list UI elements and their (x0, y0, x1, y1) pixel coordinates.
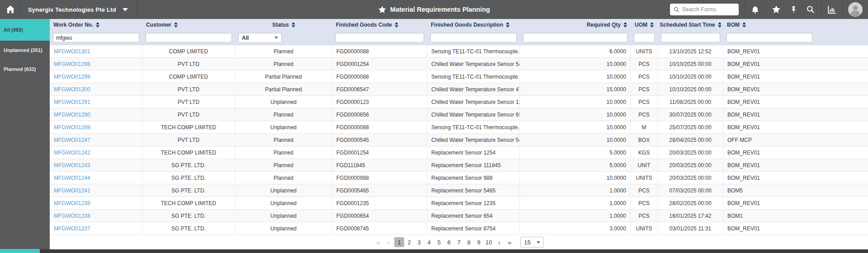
work-order-link[interactable]: MFGWO01243 (54, 162, 90, 169)
work-order-cell: MFGWO01237 (50, 222, 142, 234)
customer-filter-input[interactable] (146, 33, 232, 42)
col-header-fg-description[interactable]: Finished Goods Description (427, 19, 520, 31)
fg-code-cell: FGD0001254 (332, 58, 427, 70)
sort-icon (506, 22, 509, 28)
notifications-button[interactable] (746, 0, 764, 19)
work-order-link[interactable]: MFGWO01301 (54, 48, 90, 55)
fg-description-cell: Replacement Sensor 1235 (427, 197, 520, 209)
status-cell: Planned (235, 108, 332, 121)
status-cell: Planned (235, 58, 332, 70)
page-button-1[interactable]: 1 (394, 237, 404, 247)
bom-filter-input[interactable] (726, 33, 812, 42)
main-content: Work Order No. Customer Status Finished … (50, 19, 868, 249)
favorites-button[interactable] (768, 0, 785, 19)
fg-description-cell: Replacement Sensor 8754 (427, 222, 520, 234)
sidebar-item-planned[interactable]: Planned (632) (0, 60, 50, 79)
required-qty-filter-input[interactable] (523, 33, 627, 42)
required-qty-cell: 10.0000 (520, 108, 631, 121)
prev-page-button[interactable]: ‹ (385, 238, 392, 247)
required-qty-cell: 10.0000 (520, 96, 631, 108)
page-button-9[interactable]: 9 (474, 237, 484, 247)
table-row: MFGWO01237 SG PTE. LTD. Unplanned FGD000… (50, 222, 868, 235)
work-order-link[interactable]: MFGWO01290 (54, 112, 90, 118)
work-order-link[interactable]: MFGWO01247 (54, 137, 90, 143)
page-button-10[interactable]: 10 (484, 237, 494, 247)
required-qty-cell: 15.0000 (520, 83, 631, 95)
next-page-button[interactable]: › (495, 238, 503, 247)
sidebar-item-unplanned[interactable]: Unplanned (351) (0, 41, 50, 60)
search-forms-box[interactable] (670, 4, 739, 15)
last-page-button[interactable]: » (505, 238, 514, 247)
sort-icon (742, 22, 746, 28)
status-cell: Unplanned (235, 197, 332, 209)
required-qty-cell: 1.0000 (520, 197, 631, 209)
start-time-cell: 30/07/2025 00:00 (658, 108, 723, 121)
work-order-link[interactable]: MFGWO01237 (54, 225, 90, 232)
bom-cell: BOM_REV01 (723, 96, 868, 108)
sort-icon (174, 22, 178, 28)
col-header-bom[interactable]: BOM (723, 19, 868, 31)
required-qty-cell: 10.0000 (520, 134, 631, 146)
work-order-link[interactable]: MFGWO01241 (54, 187, 90, 194)
uom-cell: PCS (631, 58, 658, 70)
col-header-required-qty[interactable]: Required Qty (520, 19, 631, 31)
first-page-button[interactable]: « (374, 238, 383, 247)
bom-cell: BOM_REV01 (723, 172, 868, 184)
uom-filter-input[interactable] (634, 33, 655, 42)
status-filter-select[interactable]: All (238, 33, 282, 43)
start-time-cell: 07/03/2025 00:00 (658, 184, 723, 197)
fg-description-cell: Sensing TE11-TC-01 Thermocouple... (427, 70, 520, 83)
page-button-6[interactable]: 6 (444, 237, 454, 247)
start-time-cell: 10/10/2025 00:00 (658, 58, 723, 70)
page-title: Material Requirements Planning (390, 6, 490, 13)
fg-description-cell: Chilled Water Temperature Sensor 656 (427, 108, 520, 121)
page-button-4[interactable]: 4 (424, 237, 434, 247)
col-header-uom[interactable]: UOM (631, 19, 658, 31)
pagination-pages: 12345678910 (394, 237, 494, 247)
fg-code-cell: FGD0000088 (332, 45, 427, 57)
col-header-fg-code[interactable]: Finished Goods Code (332, 19, 427, 31)
required-qty-cell: 10.0000 (520, 121, 631, 133)
col-header-work-order[interactable]: Work Order No. (50, 19, 142, 31)
work-order-link[interactable]: MFGWO01291 (54, 99, 90, 105)
fg-description-filter-input[interactable] (430, 33, 517, 42)
fg-description-cell: Chilled Water Temperature Sensor 47 (427, 83, 520, 95)
page-button-8[interactable]: 8 (464, 237, 474, 247)
search-forms-input[interactable] (682, 6, 732, 13)
col-header-status[interactable]: Status (235, 19, 332, 31)
col-header-start-time[interactable]: Scheduled Start Time (658, 19, 723, 31)
topbar-right (670, 0, 868, 19)
start-time-filter-input[interactable] (661, 33, 720, 42)
fg-code-cell: FGD0000088 (332, 121, 427, 133)
home-button[interactable] (0, 0, 21, 19)
user-menu-button[interactable] (843, 0, 868, 19)
work-order-link[interactable]: MFGWO01299 (54, 74, 90, 80)
work-order-link[interactable]: MFGWO01238 (54, 213, 90, 219)
work-order-link[interactable]: MFGWO01239 (54, 200, 90, 206)
pin-button[interactable] (785, 0, 802, 19)
page-button-5[interactable]: 5 (434, 237, 444, 247)
required-qty-cell: 5.0000 (520, 159, 631, 171)
fg-description-cell: Replacement Sensor 988 (427, 172, 520, 184)
start-time-cell: 10/10/2025 00:00 (658, 83, 723, 95)
page-button-7[interactable]: 7 (454, 237, 464, 247)
work-order-filter-input[interactable] (53, 33, 139, 42)
work-order-link[interactable]: MFGWO01289 (54, 124, 90, 131)
table-row: MFGWO01241 SG PTE. LTD. Unplanned FGD000… (50, 184, 868, 197)
bom-cell: BOM_REV01 (723, 83, 868, 95)
analytics-button[interactable] (823, 0, 840, 19)
company-switcher[interactable]: Synergix Technologies Pte Ltd (21, 0, 137, 19)
fg-code-filter-input[interactable] (335, 33, 424, 42)
bell-icon (751, 5, 760, 14)
work-order-link[interactable]: MFGWO01300 (54, 86, 90, 93)
pin-icon (790, 6, 797, 14)
page-button-3[interactable]: 3 (414, 237, 424, 247)
work-order-link[interactable]: MFGWO01242 (54, 150, 90, 156)
global-search-button[interactable] (802, 0, 819, 19)
col-header-customer[interactable]: Customer (142, 19, 235, 31)
page-size-select[interactable]: 15 (520, 237, 544, 248)
work-order-link[interactable]: MFGWO01298 (54, 61, 90, 67)
sidebar-item-all[interactable]: All (983) (0, 19, 50, 41)
work-order-link[interactable]: MFGWO01244 (54, 175, 90, 181)
page-button-2[interactable]: 2 (404, 237, 414, 247)
